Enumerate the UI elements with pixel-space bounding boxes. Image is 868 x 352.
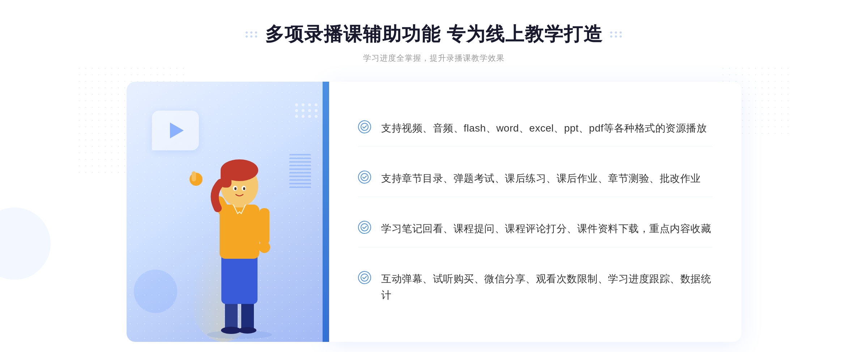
title-row: 多项录播课辅助功能 专为线上教学打造 <box>246 22 622 47</box>
feature-text-3: 学习笔记回看、课程提问、课程评论打分、课件资料下载，重点内容收藏 <box>381 221 711 237</box>
right-dots-decoration <box>610 31 622 38</box>
main-title: 多项录播课辅助功能 专为线上教学打造 <box>265 22 603 47</box>
check-icon-4 <box>358 271 371 284</box>
svg-point-3 <box>221 327 241 334</box>
subtitle: 学习进度全掌握，提升录播课教学效果 <box>246 53 622 64</box>
feature-item-3: 学习笔记回看、课程提问、课程评论打分、课件资料下载，重点内容收藏 <box>358 211 712 248</box>
check-icon-1 <box>358 120 371 133</box>
feature-text-1: 支持视频、音频、flash、word、excel、ppt、pdf等各种格式的资源… <box>381 120 707 137</box>
svg-point-21 <box>361 173 368 181</box>
person-figure <box>182 132 297 342</box>
check-icon-2 <box>358 171 371 184</box>
feature-item-1: 支持视频、音频、flash、word、excel、ppt、pdf等各种格式的资源… <box>358 110 712 147</box>
svg-point-23 <box>361 274 368 281</box>
circle-decoration <box>0 207 51 280</box>
svg-point-11 <box>259 241 270 253</box>
content-area: » 支持视频、音频、flash、word、excel、ppt、pdf等各种格式的… <box>127 82 741 342</box>
blue-stripe-decoration <box>323 82 329 342</box>
svg-rect-9 <box>192 171 196 181</box>
feature-text-4: 互动弹幕、试听购买、微信分享、观看次数限制、学习进度跟踪、数据统计 <box>381 271 712 304</box>
header-section: 多项录播课辅助功能 专为线上教学打造 学习进度全掌握，提升录播课教学效果 <box>246 22 622 64</box>
svg-point-22 <box>361 224 368 231</box>
svg-point-20 <box>361 123 368 130</box>
svg-rect-5 <box>221 252 258 304</box>
circle-deco <box>134 270 177 313</box>
svg-point-19 <box>243 187 245 190</box>
svg-point-18 <box>234 187 237 190</box>
feature-item-4: 互动弹幕、试听购买、微信分享、观看次数限制、学习进度跟踪、数据统计 <box>358 261 712 314</box>
illustration-dots <box>295 103 318 118</box>
check-icon-3 <box>358 221 371 234</box>
left-dots-decoration <box>246 31 258 38</box>
svg-point-4 <box>238 327 256 334</box>
page-container: 多项录播课辅助功能 专为线上教学打造 学习进度全掌握，提升录播课教学效果 <box>0 0 868 352</box>
illustration-panel: » <box>127 82 329 342</box>
svg-rect-10 <box>259 208 269 244</box>
features-panel: 支持视频、音频、flash、word、excel、ppt、pdf等各种格式的资源… <box>329 82 741 342</box>
feature-text-2: 支持章节目录、弹题考试、课后练习、课后作业、章节测验、批改作业 <box>381 171 701 187</box>
feature-item-2: 支持章节目录、弹题考试、课后练习、课后作业、章节测验、批改作业 <box>358 160 712 197</box>
